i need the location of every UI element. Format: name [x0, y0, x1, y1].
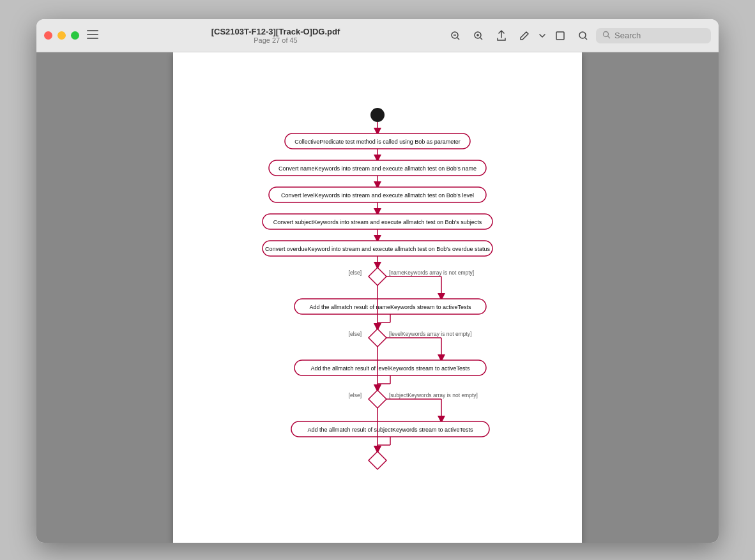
fullscreen-button[interactable] — [550, 26, 570, 46]
node-8-text: Add the allmatch result of subjectKeywor… — [307, 427, 473, 433]
sidebar-toggle-button[interactable] — [87, 30, 98, 42]
page-top — [173, 52, 582, 91]
else-label-1: [else] — [349, 269, 362, 276]
svg-rect-0 — [87, 30, 98, 31]
svg-line-9 — [480, 38, 482, 40]
svg-rect-10 — [556, 32, 564, 40]
cond-label-1: [nameKeywords array is not empty] — [389, 269, 474, 276]
node-5-text: Convert overdueKeyword into stream and e… — [265, 246, 490, 252]
diamond-2 — [369, 329, 386, 347]
node-2-text: Convert nameKeywords into stream and exe… — [278, 165, 477, 172]
annotate-dropdown-button[interactable] — [537, 26, 547, 46]
zoom-out-button[interactable] — [445, 26, 466, 46]
node-1-text: CollectivePredicate test method is calle… — [294, 139, 461, 145]
cond-label-3: [subjectKeywords array is not empty] — [389, 392, 478, 398]
svg-line-12 — [585, 38, 587, 40]
close-button[interactable] — [44, 31, 52, 40]
traffic-lights — [44, 31, 79, 40]
pdf-page: CollectivePredicate test method is calle… — [173, 52, 582, 543]
diamond-3 — [369, 390, 386, 408]
search-input[interactable] — [614, 31, 698, 40]
svg-line-14 — [608, 36, 611, 38]
svg-point-11 — [579, 32, 586, 38]
zoom-in-button[interactable] — [468, 26, 489, 46]
titlebar: [CS2103T-F12-3][Track-O]DG.pdf Page 27 o… — [36, 19, 719, 52]
else-label-2: [else] — [349, 331, 362, 337]
diamond-4 — [369, 451, 386, 469]
svg-rect-2 — [87, 38, 98, 39]
diagram-area: CollectivePredicate test method is calle… — [173, 91, 582, 543]
else-label-3: [else] — [349, 392, 362, 398]
search-box[interactable] — [596, 28, 711, 43]
node-3-text: Convert levelKeywords into stream and ex… — [281, 192, 474, 199]
node-7-text: Add the allmatch result of levelKeywords… — [310, 365, 470, 372]
svg-rect-1 — [87, 34, 98, 35]
find-button[interactable] — [573, 26, 593, 46]
start-node — [370, 108, 385, 122]
document-title: [CS2103T-F12-3][Track-O]DG.pdf — [211, 27, 340, 36]
maximize-button[interactable] — [71, 31, 79, 40]
content-area: CollectivePredicate test method is calle… — [36, 52, 719, 543]
page-info: Page 27 of 45 — [254, 36, 298, 44]
svg-point-13 — [604, 31, 609, 36]
node-4-text: Convert subjectKeywords into stream and … — [273, 219, 482, 225]
search-icon — [602, 31, 611, 41]
app-window: [CS2103T-F12-3][Track-O]DG.pdf Page 27 o… — [36, 19, 719, 543]
node-6-text: Add the allmatch result of nameKeywords … — [309, 304, 471, 310]
svg-line-5 — [457, 38, 459, 40]
annotate-button[interactable] — [514, 26, 535, 46]
flowchart-svg: CollectivePredicate test method is calle… — [243, 103, 512, 525]
title-area: [CS2103T-F12-3][Track-O]DG.pdf Page 27 o… — [106, 27, 445, 44]
toolbar-right — [445, 26, 711, 46]
share-button[interactable] — [491, 26, 512, 46]
cond-label-2: [levelKeywords array is not empty] — [389, 331, 471, 337]
diamond-1 — [369, 268, 386, 285]
minimize-button[interactable] — [57, 31, 66, 40]
